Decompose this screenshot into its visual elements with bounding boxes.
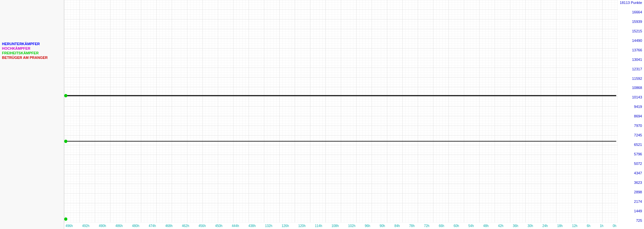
x-axis-label: 48h (483, 224, 489, 228)
chart-area: 18113 Punkte1666415939152151449013766130… (64, 0, 644, 229)
x-axis-label: 480h (132, 224, 139, 228)
y-axis-label: 5796 (618, 152, 643, 156)
x-axis-label: 120h (298, 224, 306, 228)
y-axis-label: 9419 (618, 105, 643, 109)
x-axis-label: 30h (528, 224, 533, 228)
x-axis-label: 492h (82, 224, 89, 228)
y-axis-label: 10143 (618, 95, 643, 99)
x-axis-label: 132h (265, 224, 272, 228)
legend-item: BETRÜGER AM PRANGER (2, 56, 62, 60)
x-axis-label: 42h (498, 224, 503, 228)
x-axis-label: 108h (331, 224, 339, 228)
y-axis-label: 12317 (618, 67, 643, 71)
y-axis-label: 15215 (618, 29, 643, 33)
x-axis-label: 444h (232, 224, 239, 228)
y-axis-label: 7970 (618, 124, 643, 128)
y-axis-label: 2898 (618, 190, 643, 194)
grid-svg (64, 0, 618, 222)
y-axis-label: 15939 (618, 20, 643, 24)
main-container: HERUNTERKÄMPFERHOCHKÄMPFERFREIHEITSKÄMPF… (0, 0, 644, 229)
y-axis-label: 16664 (618, 10, 643, 14)
x-axis-label: 496h (66, 224, 73, 228)
x-axis-label: 456h (199, 224, 206, 228)
y-axis-label: 5072 (618, 162, 643, 166)
x-axis-label: 114h (315, 224, 322, 228)
x-axis-label: 54h (468, 224, 474, 228)
x-axis-label: 0h (613, 224, 616, 228)
y-axis-label: 4347 (618, 171, 643, 175)
y-axis-label: 1449 (618, 209, 643, 213)
x-axis-label: 486h (115, 224, 123, 228)
x-axis-label: 462h (182, 224, 189, 228)
x-axis-label: 96h (365, 224, 370, 228)
x-axis-label: 6h (587, 224, 590, 228)
legend-item: HERUNTERKÄMPFER (2, 42, 62, 46)
x-axis-label: 126h (282, 224, 289, 228)
x-axis-label: 78h (409, 224, 415, 228)
line2-start-dot (64, 140, 67, 143)
x-axis-label: 84h (394, 224, 400, 228)
x-axis-label: 60h (454, 224, 459, 228)
y-axis-label: 7245 (618, 133, 643, 137)
y-axis-label: 2174 (618, 200, 643, 203)
bottom-dot (64, 218, 67, 221)
left-panel: HERUNTERKÄMPFERHOCHKÄMPFERFREIHEITSKÄMPF… (0, 0, 64, 229)
chart-body (64, 0, 618, 222)
x-axis-label: 468h (165, 224, 173, 228)
y-axis-label: 3623 (618, 181, 643, 185)
x-axis-label: 66h (439, 224, 444, 228)
y-axis-label: 6521 (618, 143, 643, 147)
x-axis: 496h492h490h486h480h474h468h462h456h450h… (64, 222, 618, 229)
x-axis-label: 474h (149, 224, 156, 228)
y-axis-label: 14490 (618, 39, 643, 43)
y-axis-label: 18113 Punkte (618, 1, 643, 5)
legend-item: HOCHKÄMPFER (2, 46, 62, 50)
y-axis-label: 8694 (618, 114, 643, 118)
y-axis-label: 13766 (618, 48, 643, 52)
y-axis-label: 11592 (618, 77, 643, 80)
y-axis: 18113 Punkte1666415939152151449013766130… (618, 0, 644, 229)
x-axis-label: 12h (572, 224, 578, 228)
y-axis-label: 13041 (618, 58, 643, 62)
x-axis-label: 438h (248, 224, 256, 228)
x-axis-label: 36h (513, 224, 518, 228)
x-axis-label: 102h (348, 224, 355, 228)
y-axis-label: 725 (618, 219, 643, 222)
x-axis-label: 1h (600, 224, 603, 228)
legend-items: HERUNTERKÄMPFERHOCHKÄMPFERFREIHEITSKÄMPF… (2, 42, 62, 60)
legend-item: FREIHEITSKÄMPFER (2, 51, 62, 55)
x-axis-label: 450h (215, 224, 222, 228)
x-axis-label: 490h (99, 224, 106, 228)
x-axis-label: 18h (557, 224, 563, 228)
x-axis-label: 24h (542, 224, 548, 228)
x-axis-label: 72h (424, 224, 429, 228)
x-axis-label: 90h (380, 224, 385, 228)
line1-start-dot (64, 94, 67, 97)
y-axis-label: 10868 (618, 86, 643, 90)
